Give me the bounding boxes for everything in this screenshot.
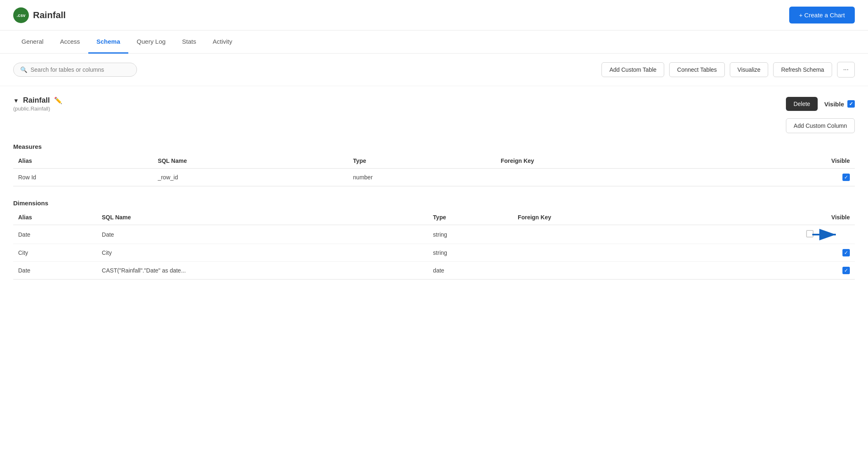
content: ▼ Rainfall ✏️ (public.Rainfall) Delete V…	[0, 86, 868, 303]
row-alias: Row Id	[13, 169, 153, 186]
row-sql-name: City	[97, 244, 428, 262]
refresh-schema-button[interactable]: Refresh Schema	[773, 62, 832, 77]
edit-icon[interactable]: ✏️	[54, 96, 62, 104]
row-type: string	[428, 244, 513, 262]
tab-query-log[interactable]: Query Log	[128, 31, 174, 54]
table-row: Date Date string	[13, 225, 855, 244]
row-type: number	[348, 169, 496, 186]
table-name: Rainfall	[23, 96, 50, 105]
more-options-button[interactable]: ···	[837, 62, 855, 78]
dimensions-header-row: Alias SQL Name Type Foreign Key Visible	[13, 210, 855, 225]
row-visible-cell	[665, 244, 855, 262]
add-custom-column-area: Add Custom Column	[13, 118, 855, 133]
dim-col-type: Type	[428, 210, 513, 225]
row-visible-checkbox[interactable]	[842, 249, 850, 256]
create-chart-button[interactable]: + Create a Chart	[789, 7, 855, 24]
row-sql-name: _row_id	[153, 169, 348, 186]
tab-schema[interactable]: Schema	[88, 31, 129, 54]
blue-arrow-annotation	[810, 226, 843, 243]
dim-col-sql-name: SQL Name	[97, 210, 428, 225]
app-title: Rainfall	[33, 10, 66, 21]
tab-stats[interactable]: Stats	[174, 31, 204, 54]
row-foreign-key	[513, 244, 665, 262]
delete-button[interactable]: Delete	[786, 97, 817, 111]
table-actions: Delete Visible	[786, 97, 855, 111]
search-box[interactable]: 🔍	[13, 63, 137, 77]
table-row: Date CAST("Rainfall"."Date" as date... d…	[13, 262, 855, 280]
triangle-expand-icon[interactable]: ▼	[13, 97, 19, 104]
row-visible-cell	[712, 169, 855, 186]
header: .csv Rainfall + Create a Chart	[0, 0, 868, 31]
tab-access[interactable]: Access	[52, 31, 88, 54]
row-type: date	[428, 262, 513, 280]
tab-activity[interactable]: Activity	[205, 31, 241, 54]
row-visible-cell	[665, 225, 855, 244]
measures-col-type: Type	[348, 153, 496, 169]
visible-toggle-area: Visible	[824, 100, 855, 108]
dimensions-table: Alias SQL Name Type Foreign Key Visible …	[13, 210, 855, 280]
toolbar: 🔍 Add Custom Table Connect Tables Visual…	[0, 54, 868, 86]
search-input[interactable]	[31, 66, 130, 73]
search-icon: 🔍	[20, 66, 27, 73]
row-foreign-key	[513, 262, 665, 280]
tab-general[interactable]: General	[13, 31, 52, 54]
measures-col-visible: Visible	[712, 153, 855, 169]
logo-area: .csv Rainfall	[13, 7, 66, 23]
row-foreign-key	[513, 225, 665, 244]
table-name-area: ▼ Rainfall ✏️	[13, 96, 62, 105]
add-custom-column-button[interactable]: Add Custom Column	[786, 118, 855, 133]
measures-header-row: Alias SQL Name Type Foreign Key Visible	[13, 153, 855, 169]
connect-tables-button[interactable]: Connect Tables	[669, 62, 724, 77]
table-section-header: ▼ Rainfall ✏️ (public.Rainfall) Delete V…	[13, 96, 855, 112]
row-visible-checkbox[interactable]	[842, 174, 850, 181]
row-alias: Date	[13, 225, 97, 244]
dimensions-section-label: Dimensions	[13, 200, 855, 207]
row-alias: City	[13, 244, 97, 262]
measures-table: Alias SQL Name Type Foreign Key Visible …	[13, 153, 855, 186]
measures-section-label: Measures	[13, 143, 855, 150]
row-visible-checkbox[interactable]	[842, 267, 850, 274]
dim-col-foreign-key: Foreign Key	[513, 210, 665, 225]
measures-col-alias: Alias	[13, 153, 153, 169]
visualize-button[interactable]: Visualize	[730, 62, 769, 77]
dim-col-visible: Visible	[665, 210, 855, 225]
nav-tabs: General Access Schema Query Log Stats Ac…	[0, 31, 868, 54]
add-custom-table-button[interactable]: Add Custom Table	[601, 62, 664, 77]
row-type: string	[428, 225, 513, 244]
row-foreign-key	[496, 169, 712, 186]
measures-col-foreign-key: Foreign Key	[496, 153, 712, 169]
row-alias: Date	[13, 262, 97, 280]
dim-col-alias: Alias	[13, 210, 97, 225]
table-row: Row Id _row_id number	[13, 169, 855, 186]
row-sql-name: CAST("Rainfall"."Date" as date...	[97, 262, 428, 280]
logo-icon: .csv	[13, 7, 29, 23]
table-row: City City string	[13, 244, 855, 262]
row-visible-cell	[665, 262, 855, 280]
row-sql-name: Date	[97, 225, 428, 244]
table-subtitle: (public.Rainfall)	[13, 106, 62, 112]
table-visible-checkbox[interactable]	[847, 100, 855, 108]
measures-col-sql-name: SQL Name	[153, 153, 348, 169]
